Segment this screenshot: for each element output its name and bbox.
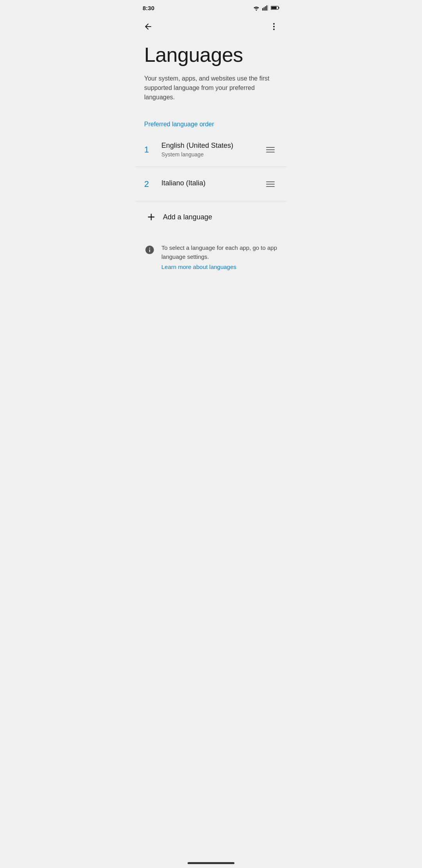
learn-more-link[interactable]: Learn more about languages: [161, 263, 278, 272]
svg-rect-4: [268, 5, 268, 11]
add-language-icon: [144, 210, 158, 224]
page-title: Languages: [144, 44, 278, 66]
drag-line: [266, 184, 275, 185]
svg-point-10: [273, 29, 275, 30]
svg-rect-2: [265, 6, 266, 11]
svg-rect-3: [266, 5, 267, 11]
status-bar: 8:30: [135, 0, 287, 16]
add-language-label: Add a language: [163, 213, 212, 221]
more-options-icon: [269, 22, 279, 31]
svg-point-9: [273, 26, 275, 27]
preferred-language-order-label[interactable]: Preferred language order: [135, 111, 287, 133]
drag-line: [266, 181, 275, 182]
svg-rect-6: [279, 7, 279, 9]
battery-icon: [271, 5, 279, 11]
drag-line: [266, 186, 275, 187]
drag-line: [266, 152, 275, 152]
svg-rect-7: [271, 7, 277, 9]
svg-rect-0: [262, 8, 263, 11]
toolbar: [135, 16, 287, 38]
language-info-english: English (United States) System language: [157, 135, 263, 164]
language-name-italian: Italiano (Italia): [161, 179, 258, 187]
page-header: Languages Your system, apps, and website…: [135, 38, 287, 111]
language-number-2: 2: [144, 179, 157, 189]
language-number-1: 1: [144, 145, 157, 155]
svg-point-8: [273, 23, 275, 25]
back-arrow-icon: [143, 22, 153, 31]
drag-line: [266, 147, 275, 148]
wifi-icon: [253, 5, 260, 11]
language-item-italian[interactable]: 2 Italiano (Italia): [135, 167, 287, 201]
drag-handle-english[interactable]: [263, 144, 278, 156]
drag-handle-italian[interactable]: [263, 178, 278, 190]
svg-rect-1: [264, 7, 265, 11]
language-list: 1 English (United States) System languag…: [135, 133, 287, 201]
language-name-english: English (United States): [161, 142, 258, 150]
more-options-button[interactable]: [265, 18, 283, 35]
back-button[interactable]: [139, 18, 157, 35]
info-icon: [144, 244, 155, 255]
add-language-item[interactable]: Add a language: [135, 201, 287, 233]
page-description: Your system, apps, and websites use the …: [144, 74, 278, 102]
info-content: To select a language for each app, go to…: [161, 244, 278, 272]
status-time: 8:30: [143, 5, 154, 11]
signal-icon: [262, 5, 268, 11]
status-icons: [253, 5, 279, 11]
info-body-text: To select a language for each app, go to…: [161, 244, 277, 260]
language-subtitle-english: System language: [161, 151, 258, 158]
language-info-italian: Italiano (Italia): [157, 173, 263, 195]
info-section: To select a language for each app, go to…: [135, 233, 287, 283]
language-item-english[interactable]: 1 English (United States) System languag…: [135, 133, 287, 167]
drag-line: [266, 149, 275, 150]
